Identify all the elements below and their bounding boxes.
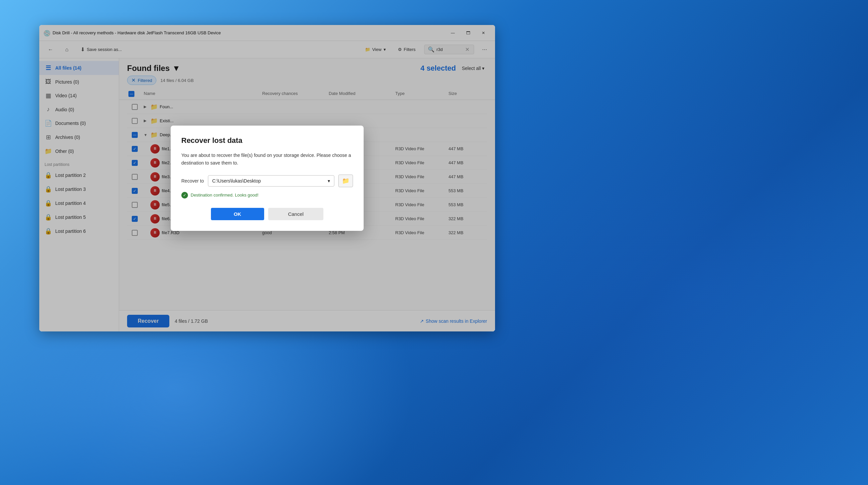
recover-modal: Recover lost data You are about to recov… bbox=[171, 125, 364, 231]
modal-buttons: OK Cancel bbox=[181, 208, 353, 220]
recover-to-label: Recover to bbox=[181, 178, 204, 183]
dropdown-chevron-icon: ▾ bbox=[328, 178, 330, 183]
confirmed-checkmark-icon: ✓ bbox=[181, 192, 188, 199]
confirmed-message: ✓ Destination confirmed. Looks good! bbox=[181, 192, 353, 199]
confirmed-text: Destination confirmed. Looks good! bbox=[191, 193, 258, 198]
modal-title: Recover lost data bbox=[181, 136, 353, 145]
path-value: C:\Users\lukas\Desktop bbox=[212, 178, 261, 183]
recover-to-row: Recover to C:\Users\lukas\Desktop ▾ 📁 bbox=[181, 175, 353, 187]
path-dropdown[interactable]: C:\Users\lukas\Desktop ▾ bbox=[208, 175, 334, 187]
cancel-button[interactable]: Cancel bbox=[268, 208, 324, 220]
ok-button[interactable]: OK bbox=[211, 208, 264, 220]
app-window: 💿 Disk Drill - All recovery methods - Ha… bbox=[39, 25, 495, 332]
browse-folder-button[interactable]: 📁 bbox=[338, 175, 353, 187]
folder-browse-icon: 📁 bbox=[342, 177, 349, 184]
modal-overlay: Recover lost data You are about to recov… bbox=[39, 25, 495, 332]
modal-body-text: You are about to recover the file(s) fou… bbox=[181, 151, 353, 167]
